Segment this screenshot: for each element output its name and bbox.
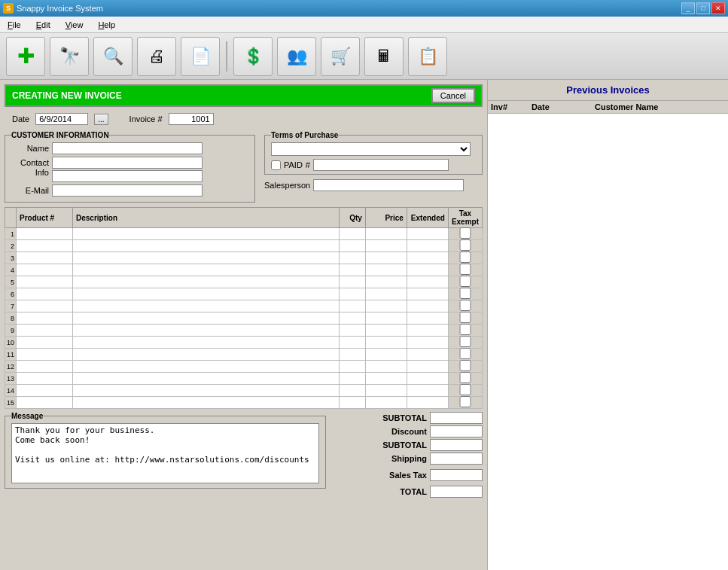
extended-input[interactable]: [407, 385, 448, 396]
description-input[interactable]: [73, 385, 339, 396]
qty-input[interactable]: [340, 300, 365, 312]
qty-input[interactable]: [340, 337, 365, 348]
qty-input[interactable]: [340, 361, 365, 372]
product-num-input[interactable]: [17, 228, 72, 239]
description-cell[interactable]: [73, 361, 340, 373]
price-cell[interactable]: [365, 337, 407, 349]
salesperson-input[interactable]: [313, 179, 464, 191]
price-input[interactable]: [366, 300, 407, 312]
description-input[interactable]: [73, 312, 339, 324]
tax-exempt-checkbox[interactable]: [449, 360, 482, 371]
description-input[interactable]: [73, 264, 339, 276]
extended-cell[interactable]: [407, 325, 448, 337]
qty-cell[interactable]: [339, 252, 365, 264]
description-cell[interactable]: [73, 300, 340, 312]
extended-cell[interactable]: [407, 349, 448, 361]
tax-exempt-checkbox[interactable]: [449, 384, 482, 395]
qty-input[interactable]: [340, 264, 365, 276]
print-button[interactable]: 🖨: [137, 37, 176, 76]
description-cell[interactable]: [73, 240, 340, 252]
description-cell[interactable]: [73, 312, 340, 325]
product-num-input[interactable]: [17, 312, 72, 324]
product-num-cell[interactable]: [17, 349, 73, 361]
total-input[interactable]: [430, 486, 483, 498]
report-button[interactable]: 📋: [408, 37, 447, 76]
extended-cell[interactable]: [407, 373, 448, 385]
price-cell[interactable]: [365, 385, 407, 397]
tax-exempt-checkbox[interactable]: [449, 324, 482, 335]
tax-exempt-checkbox[interactable]: [449, 239, 482, 251]
qty-cell[interactable]: [339, 312, 365, 325]
qty-cell[interactable]: [339, 228, 365, 240]
shipping-input[interactable]: [430, 453, 483, 465]
email-input[interactable]: [52, 184, 203, 197]
price-input[interactable]: [366, 228, 407, 239]
description-input[interactable]: [73, 349, 339, 360]
extended-cell[interactable]: [407, 276, 448, 288]
extended-input[interactable]: [407, 312, 448, 324]
qty-input[interactable]: [340, 240, 365, 251]
price-input[interactable]: [366, 337, 407, 348]
price-cell[interactable]: [365, 288, 407, 300]
product-num-input[interactable]: [17, 240, 72, 251]
product-num-input[interactable]: [17, 397, 72, 408]
tax-exempt-cell[interactable]: [448, 228, 482, 240]
product-num-input[interactable]: [17, 385, 72, 396]
extended-cell[interactable]: [407, 264, 448, 276]
price-cell[interactable]: [365, 264, 407, 276]
qty-cell[interactable]: [339, 397, 365, 409]
cancel-button[interactable]: Cancel: [431, 88, 475, 103]
search-button[interactable]: 🔭: [50, 37, 89, 76]
product-num-cell[interactable]: [17, 312, 73, 325]
qty-input[interactable]: [340, 349, 365, 360]
extended-cell[interactable]: [407, 228, 448, 240]
product-num-cell[interactable]: [17, 288, 73, 300]
tax-exempt-checkbox[interactable]: [449, 276, 482, 287]
tax-exempt-cell[interactable]: [448, 264, 482, 276]
price-cell[interactable]: [365, 276, 407, 288]
price-input[interactable]: [366, 276, 407, 288]
new-invoice-button[interactable]: ✚: [6, 37, 45, 76]
price-input[interactable]: [366, 373, 407, 384]
price-cell[interactable]: [365, 252, 407, 264]
price-cell[interactable]: [365, 361, 407, 373]
description-input[interactable]: [73, 373, 339, 384]
description-input[interactable]: [73, 276, 339, 288]
product-num-cell[interactable]: [17, 397, 73, 409]
minimize-button[interactable]: _: [681, 2, 695, 14]
paid-number-input[interactable]: [313, 159, 449, 171]
qty-input[interactable]: [340, 312, 365, 324]
qty-cell[interactable]: [339, 300, 365, 312]
extended-cell[interactable]: [407, 361, 448, 373]
description-input[interactable]: [73, 288, 339, 300]
product-num-cell[interactable]: [17, 361, 73, 373]
extended-cell[interactable]: [407, 312, 448, 325]
description-input[interactable]: [73, 252, 339, 264]
description-cell[interactable]: [73, 385, 340, 397]
name-input[interactable]: [52, 142, 203, 154]
price-input[interactable]: [366, 312, 407, 324]
extended-input[interactable]: [407, 240, 448, 251]
close-button[interactable]: ✕: [711, 2, 725, 14]
tax-exempt-cell[interactable]: [448, 385, 482, 397]
extended-cell[interactable]: [407, 397, 448, 409]
qty-input[interactable]: [340, 397, 365, 408]
price-cell[interactable]: [365, 300, 407, 312]
qty-cell[interactable]: [339, 373, 365, 385]
calculator-button[interactable]: 🖩: [364, 37, 404, 76]
product-num-input[interactable]: [17, 288, 72, 300]
extended-input[interactable]: [407, 300, 448, 312]
qty-input[interactable]: [340, 288, 365, 300]
description-cell[interactable]: [73, 373, 340, 385]
qty-input[interactable]: [340, 373, 365, 384]
product-num-cell[interactable]: [17, 325, 73, 337]
subtotal2-input[interactable]: [430, 439, 483, 451]
price-cell[interactable]: [365, 228, 407, 240]
tax-exempt-cell[interactable]: [448, 312, 482, 325]
terms-select[interactable]: Net 30 Net 60 Due on Receipt COD: [271, 142, 471, 156]
tax-exempt-checkbox[interactable]: [449, 372, 482, 383]
extended-cell[interactable]: [407, 300, 448, 312]
description-cell[interactable]: [73, 288, 340, 300]
qty-cell[interactable]: [339, 349, 365, 361]
subtotal-input[interactable]: [430, 412, 483, 424]
